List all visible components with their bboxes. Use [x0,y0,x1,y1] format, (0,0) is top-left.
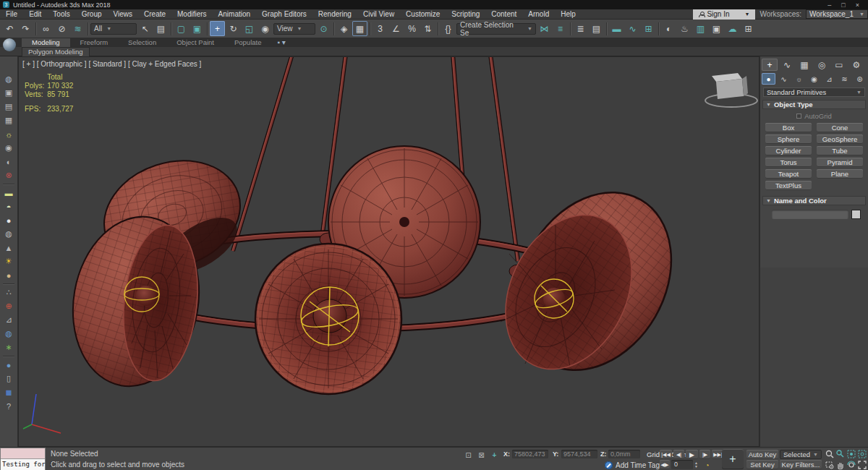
select-and-rotate-icon[interactable]: ↻ [226,21,241,36]
menu-arnold[interactable]: Arnold [522,9,555,20]
polygon-modeling-panel[interactable]: Polygon Modeling [22,47,90,56]
set-key-button[interactable]: Set Key [746,460,778,469]
spray-icon[interactable]: ∴ [1,286,16,299]
clipboard-icon[interactable]: ▯ [1,372,16,385]
ribbon-overflow-icon[interactable]: ▪ ▾ [271,38,291,47]
pan-hand-icon[interactable] [835,460,846,470]
autogrid-checkbox[interactable] [796,114,801,119]
zoom-all-icon[interactable] [835,449,846,459]
atoms-icon[interactable]: ⊕ [1,299,16,313]
render-cloud-icon[interactable]: ☁ [725,21,740,36]
menu-create[interactable]: Create [138,9,171,20]
box-button[interactable]: Box [765,123,812,132]
unlink-selection-icon[interactable]: ⊘ [54,21,69,36]
frame-spinner[interactable]: ▲▼ [693,460,699,469]
half-sphere-icon[interactable]: ◐ [1,155,16,168]
time-configuration-icon[interactable]: ◔ [702,460,712,470]
view-cube[interactable] [705,73,757,107]
render-setup-icon[interactable]: ♨ [677,21,692,36]
create-tab[interactable]: + [762,59,778,71]
redo-icon[interactable]: ↷ [18,21,33,36]
motion-tab[interactable]: ◎ [814,59,830,71]
align-icon[interactable]: ≡ [553,21,568,36]
select-by-name-icon[interactable]: ▤ [153,21,169,36]
zoom-region-icon[interactable] [825,460,835,470]
viewport-label[interactable]: [ + ] [ Orthographic ] [ Standard ] [ Cl… [22,60,201,68]
cylinder-button[interactable]: Cylinder [765,146,812,155]
object-type-rollout[interactable]: ▼ Object Type [762,100,866,109]
tube-button[interactable]: Tube [817,146,863,155]
zoom-extents-all-icon[interactable] [857,449,867,459]
select-and-manipulate-icon[interactable]: ◈ [336,21,352,36]
geometry-category[interactable]: ● [762,73,775,85]
previous-frame-button[interactable]: ◀| [673,450,684,459]
modify-tab[interactable]: ∿ [779,59,795,71]
foliage-icon[interactable]: ∗ [1,341,16,354]
sphere-icon[interactable]: ● [1,213,16,227]
cone-button[interactable]: Cone [817,123,863,132]
wire-sphere-icon[interactable]: ◍ [1,227,16,241]
key-filters-button[interactable]: Key Filters... [780,460,822,469]
primitives-category-dropdown[interactable]: Standard Primitives▼ [763,87,865,97]
pyramid-button[interactable]: Pyramid [817,158,863,167]
hierarchy-tab[interactable]: ▦ [796,59,812,71]
selection-lock-icon[interactable]: ⊠ [476,450,487,460]
listener-script-row[interactable]: Testing for i [1,459,45,470]
selected-keys-dropdown[interactable]: Selected▼ [780,450,822,459]
current-frame-field[interactable]: 0 [671,460,693,469]
listener-macro-row[interactable] [1,448,45,459]
named-selection-set-dropdown[interactable]: Create Selection Se▼ [456,23,536,35]
percent-snap-icon[interactable]: % [404,21,420,36]
object-paste-icon[interactable]: ◼ [1,385,16,399]
close-button[interactable]: × [856,1,859,9]
window-icon[interactable]: ▣ [1,86,16,100]
modeling-ribbon-icon[interactable] [3,38,16,51]
render-production-icon[interactable]: ▣ [709,21,724,36]
perspective-viewport[interactable]: [ + ] [ Orthographic ] [ Standard ] [ Cl… [18,56,760,447]
menu-content[interactable]: Content [485,9,522,20]
render-presets-icon[interactable]: ⊞ [741,21,756,36]
spinner-snap-icon[interactable]: ⇅ [420,21,435,36]
ribbon-tab-freeform[interactable]: Freeform [70,38,119,47]
shapes-category[interactable]: ∿ [777,73,791,85]
ribbon-tab-populate[interactable]: Populate [224,38,272,47]
minimize-button[interactable]: – [827,1,831,9]
helpers-category[interactable]: ⊿ [822,73,836,85]
absolute-transform-icon[interactable]: + [489,450,500,460]
projector-icon[interactable]: ⊿ [1,313,16,327]
menu-customize[interactable]: Customize [400,9,446,20]
object-name-field[interactable] [772,210,848,219]
utilities-tab[interactable]: ⚙ [848,59,864,71]
window-crossing-icon[interactable]: ▣ [190,21,205,36]
plane-icon[interactable]: ▬ [1,186,16,200]
glasses-icon[interactable]: ⊗ [1,168,16,182]
orbit-icon[interactable] [846,460,856,470]
isolate-selection-icon[interactable]: ⊡ [463,450,474,460]
display-tab[interactable]: ▭ [831,59,847,71]
reference-coordinate-dropdown[interactable]: View▼ [273,23,315,35]
select-and-scale-icon[interactable]: ◱ [242,21,257,36]
named-selection-sets-icon[interactable]: {} [441,21,456,36]
z-coord-field[interactable]: 0,0mm [608,450,640,458]
spreadsheet-icon[interactable]: ▦ [1,114,16,127]
zoom-extents-icon[interactable] [846,449,856,459]
menu-scripting[interactable]: Scripting [446,9,485,20]
schematic-view-icon[interactable]: ⊞ [641,21,656,36]
layer-explorer-icon[interactable]: ▤ [589,21,604,36]
ribbon-toggle-icon[interactable]: ▬ [609,21,624,36]
set-keys-button[interactable]: + [722,449,744,469]
cone-icon[interactable]: ▲ [1,241,16,255]
object-color-swatch[interactable] [851,210,861,219]
sphere-button[interactable]: Sphere [765,134,812,144]
plane-button[interactable]: Plane [817,169,863,179]
angle-snap-icon[interactable]: ∠ [388,21,404,36]
use-pivot-center-icon[interactable]: ⊙ [316,21,331,36]
lightbulb-icon[interactable]: ☼ [1,127,16,141]
menu-edit[interactable]: Edit [23,9,47,20]
textplus-button[interactable]: TextPlus [765,181,812,190]
menu-civil-view[interactable]: Civil View [357,9,400,20]
auto-key-button[interactable]: Auto Key [746,450,778,459]
ribbon-tab-modeling[interactable]: Modeling [22,38,70,47]
list-icon[interactable]: ▤ [1,100,16,114]
play-button[interactable]: ▶ [686,450,698,459]
